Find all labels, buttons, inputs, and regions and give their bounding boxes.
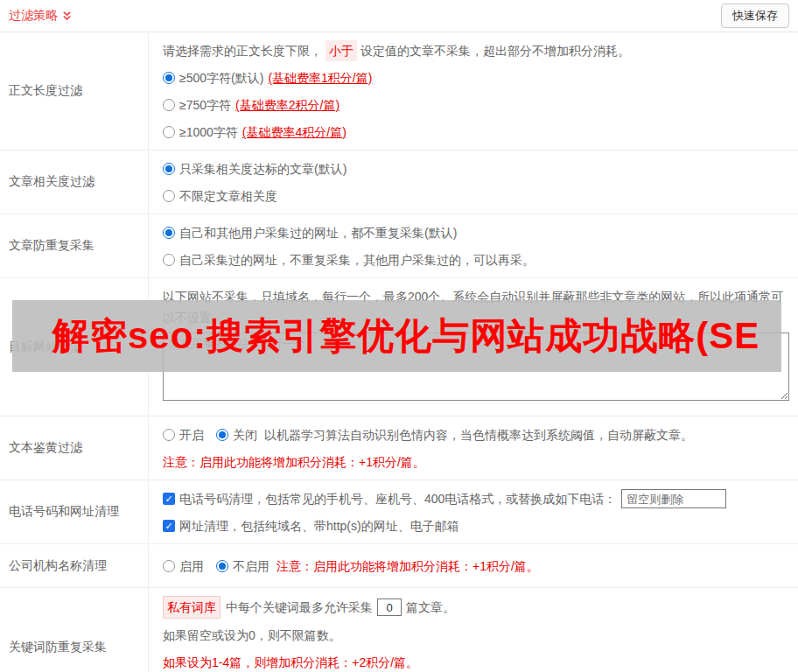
- body-length-option-750[interactable]: ≥750字符 (基础费率2积分/篇): [163, 94, 791, 116]
- row-relevance-filter: 文章相关度过滤 只采集相关度达标的文章(默认) 不限定文章相关度: [0, 150, 798, 214]
- page-title-toggle[interactable]: 过滤策略: [9, 8, 73, 24]
- relevance-option-strict[interactable]: 只采集相关度达标的文章(默认): [163, 158, 791, 179]
- company-clean-note: 注意：启用此功能将增加积分消耗：+1积分/篇。: [276, 556, 539, 577]
- option-label: 关闭: [233, 424, 257, 445]
- checkbox-checked-icon[interactable]: [163, 493, 175, 505]
- keyword-dedup-hint-zero: 如果留空或设为0，则不限篇数。: [163, 625, 791, 646]
- option-fee: (基础费率2积分/篇): [235, 94, 340, 116]
- relevance-option-any[interactable]: 不限定文章相关度: [163, 186, 791, 206]
- porn-filter-content: 开启 关闭 以机器学习算法自动识别色情内容，当色情概率达到系统阈值，自动屏蔽文章…: [149, 416, 798, 480]
- radio-unchecked-icon[interactable]: [163, 126, 175, 138]
- row-body-length-filter: 正文长度过滤 请选择需求的正文长度下限， 小于 设定值的文章不采集，超出部分不增…: [0, 32, 798, 150]
- double-chevron-down-icon: [61, 10, 73, 22]
- radio-unchecked-icon[interactable]: [163, 429, 175, 441]
- phone-clean-option[interactable]: 电话号码清理，包括常见的手机号、座机号、400电话格式，或替换成如下电话：: [163, 488, 791, 509]
- limit-suffix: 篇文章。: [406, 597, 455, 618]
- row-phone-url-clean: 电话号码和网址清理 电话号码清理，包括常见的手机号、座机号、400电话格式，或替…: [0, 480, 798, 544]
- phone-clean-text: 电话号码清理，包括常见的手机号、座机号、400电话格式，或替换成如下电话：: [179, 488, 616, 509]
- company-clean-option-off[interactable]: 不启用: [216, 556, 270, 577]
- company-clean-content: 启用 不启用 注意：启用此功能将增加积分消耗：+1积分/篇。: [149, 544, 798, 587]
- option-fee: (基础费率4积分/篇): [242, 122, 346, 143]
- url-clean-option[interactable]: 网址清理，包括纯域名、带http(s)的网址、电子邮箱: [163, 515, 791, 536]
- checkbox-checked-icon[interactable]: [163, 520, 175, 532]
- company-clean-label: 公司机构名称清理: [0, 544, 149, 587]
- intro-suffix: 设定值的文章不采集，超出部分不增加积分消耗。: [360, 40, 630, 61]
- relevance-label: 文章相关度过滤: [0, 150, 149, 214]
- company-clean-options: 启用 不启用 注意：启用此功能将增加积分消耗：+1积分/篇。: [163, 556, 539, 577]
- target-site-label: 目标网站过滤: [0, 278, 149, 416]
- blocked-sites-textarea[interactable]: [163, 332, 789, 401]
- radio-checked-icon[interactable]: [216, 429, 228, 441]
- option-label: 只采集相关度达标的文章(默认): [179, 158, 346, 179]
- body-length-option-500[interactable]: ≥500字符(默认) (基础费率1积分/篇): [163, 67, 791, 88]
- row-porn-filter: 文本鉴黄过滤 开启 关闭 以机器学习算法自动识别色情内容，当色情概率达到系统阈值…: [0, 416, 798, 480]
- option-label: 不启用: [233, 556, 270, 577]
- keyword-dedup-limit-line: 私有词库 中每个关键词最多允许采集 篇文章。: [163, 596, 791, 619]
- top-bar: 过滤策略 快速保存: [0, 0, 798, 32]
- body-length-content: 请选择需求的正文长度下限， 小于 设定值的文章不采集，超出部分不增加积分消耗。 …: [149, 32, 798, 150]
- porn-filter-options: 开启 关闭 以机器学习算法自动识别色情内容，当色情概率达到系统阈值，自动屏蔽文章…: [163, 424, 791, 445]
- keyword-dedup-content: 私有词库 中每个关键词最多允许采集 篇文章。 如果留空或设为0，则不限篇数。 如…: [149, 588, 798, 672]
- keyword-limit-input[interactable]: [377, 598, 402, 616]
- relevance-content: 只采集相关度达标的文章(默认) 不限定文章相关度: [149, 150, 798, 214]
- radio-checked-icon[interactable]: [163, 163, 175, 175]
- limit-text: 中每个关键词最多允许采集: [226, 597, 373, 618]
- radio-unchecked-icon[interactable]: [163, 560, 175, 572]
- radio-unchecked-icon[interactable]: [163, 190, 175, 202]
- row-target-site-filter: 目标网站过滤 以下网站不采集，只填域名，每行一个，最多200个。系统会自动识别并…: [0, 278, 798, 416]
- keyword-dedup-label: 关键词防重复采集: [0, 588, 149, 672]
- quick-save-button[interactable]: 快速保存: [721, 4, 789, 28]
- url-dedup-option-self[interactable]: 自己采集过的网址，不重复采集，其他用户采集过的，可以再采。: [163, 249, 791, 270]
- keyword-dedup-hint-fee: 如果设为1-4篇，则增加积分消耗：+2积分/篇。: [163, 652, 791, 672]
- option-fee: (基础费率1积分/篇): [268, 67, 372, 88]
- porn-filter-note: 注意：启用此功能将增加积分消耗：+1积分/篇。: [163, 452, 791, 472]
- porn-filter-option-on[interactable]: 开启: [163, 424, 204, 445]
- porn-filter-option-off[interactable]: 关闭: [216, 424, 257, 445]
- option-label: 自己和其他用户采集过的网址，都不重复采集(默认): [179, 222, 457, 243]
- option-label: ≥750字符: [179, 94, 231, 116]
- body-length-label: 正文长度过滤: [0, 32, 149, 150]
- replacement-phone-input[interactable]: [621, 489, 726, 508]
- radio-checked-icon[interactable]: [216, 560, 228, 572]
- row-company-clean: 公司机构名称清理 启用 不启用 注意：启用此功能将增加积分消耗：+1积分/篇。: [0, 544, 798, 588]
- intro-prefix: 请选择需求的正文长度下限，: [163, 40, 322, 61]
- url-dedup-option-all[interactable]: 自己和其他用户采集过的网址，都不重复采集(默认): [163, 222, 791, 243]
- option-label: 不限定文章相关度: [179, 186, 277, 206]
- option-label: 开启: [179, 424, 204, 445]
- phone-url-clean-content: 电话号码清理，包括常见的手机号、座机号、400电话格式，或替换成如下电话： 网址…: [149, 480, 798, 543]
- url-clean-text: 网址清理，包括纯域名、带http(s)的网址、电子邮箱: [179, 515, 459, 536]
- radio-unchecked-icon[interactable]: [163, 99, 175, 111]
- page-title: 过滤策略: [9, 8, 58, 24]
- phone-url-clean-label: 电话号码和网址清理: [0, 480, 149, 543]
- url-dedup-label: 文章防重复采集: [0, 214, 149, 277]
- target-site-description: 以下网站不采集，只填域名，每行一个，最多200个。系统会自动识别并屏蔽那些非文章…: [163, 286, 791, 328]
- url-dedup-content: 自己和其他用户采集过的网址，都不重复采集(默认) 自己采集过的网址，不重复采集，…: [149, 214, 798, 277]
- radio-checked-icon[interactable]: [163, 227, 175, 239]
- porn-filter-label: 文本鉴黄过滤: [0, 416, 149, 480]
- porn-filter-description: 以机器学习算法自动识别色情内容，当色情概率达到系统阈值，自动屏蔽文章。: [264, 424, 693, 445]
- option-label: ≥500字符(默认): [179, 67, 263, 88]
- company-clean-option-on[interactable]: 启用: [163, 556, 204, 577]
- radio-unchecked-icon[interactable]: [163, 254, 175, 266]
- body-length-intro: 请选择需求的正文长度下限， 小于 设定值的文章不采集，超出部分不增加积分消耗。: [163, 40, 791, 61]
- radio-checked-icon[interactable]: [163, 72, 175, 84]
- filter-strategy-page: { "colors":{ "accent_red":"#e80000", "ov…: [0, 0, 798, 672]
- intro-highlight: 小于: [326, 40, 357, 61]
- option-label: 启用: [179, 556, 204, 577]
- option-label: ≥1000字符: [179, 122, 238, 143]
- option-label: 自己采集过的网址，不重复采集，其他用户采集过的，可以再采。: [179, 249, 535, 270]
- target-site-content: 以下网站不采集，只填域名，每行一个，最多200个。系统会自动识别并屏蔽那些非文章…: [149, 278, 798, 416]
- private-lexicon-badge: 私有词库: [163, 596, 220, 619]
- body-length-option-1000[interactable]: ≥1000字符 (基础费率4积分/篇): [163, 122, 791, 143]
- row-url-dedup: 文章防重复采集 自己和其他用户采集过的网址，都不重复采集(默认) 自己采集过的网…: [0, 214, 798, 278]
- row-keyword-dedup: 关键词防重复采集 私有词库 中每个关键词最多允许采集 篇文章。 如果留空或设为0…: [0, 588, 798, 672]
